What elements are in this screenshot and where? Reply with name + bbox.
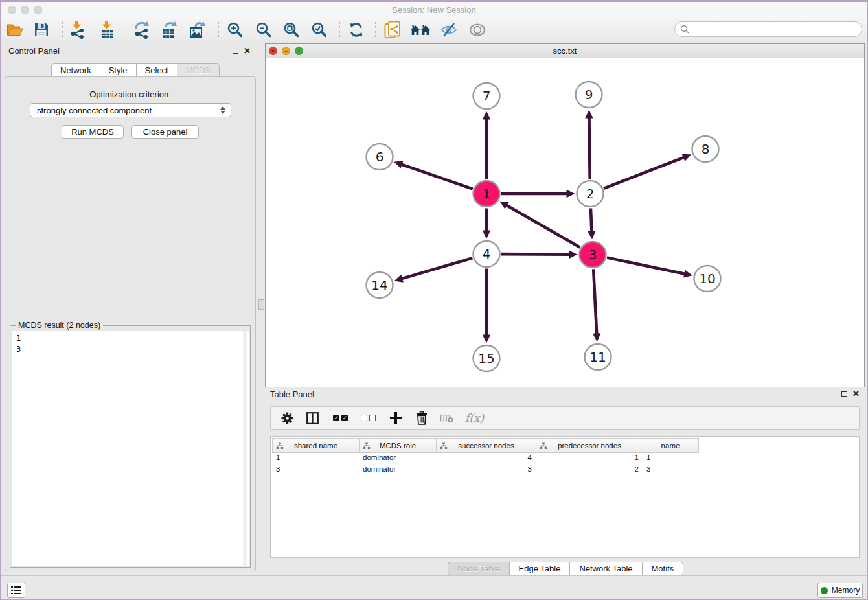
import-table-icon[interactable] xyxy=(97,19,118,40)
svg-text:6: 6 xyxy=(376,149,384,165)
table-tab-network-table[interactable]: Network Table xyxy=(569,562,641,576)
vertical-splitter-grip[interactable] xyxy=(258,299,264,310)
memory-button[interactable]: Memory xyxy=(817,583,863,598)
table-row[interactable]: 3dominator323 xyxy=(272,463,698,475)
toolbar-separator xyxy=(339,21,340,38)
zoom-in-icon[interactable] xyxy=(225,19,246,40)
column-header-name[interactable]: name xyxy=(643,439,698,452)
delete-rows-trash-icon[interactable] xyxy=(416,411,428,425)
table-cell[interactable]: 1 xyxy=(536,452,643,463)
table-cell[interactable]: 3 xyxy=(436,463,536,475)
add-row-icon[interactable] xyxy=(390,412,402,424)
home-icon[interactable] xyxy=(410,19,431,40)
graph-edge-3-11[interactable] xyxy=(593,269,597,334)
zoom-selected-icon[interactable] xyxy=(309,19,330,40)
graph-edge-1-6[interactable] xyxy=(402,165,473,189)
table-cell[interactable]: 2 xyxy=(536,463,643,475)
table-tab-edge-table[interactable]: Edge Table xyxy=(509,562,570,576)
fit-content-icon[interactable] xyxy=(281,19,302,40)
table-tab-motifs[interactable]: Motifs xyxy=(642,562,684,576)
graph-edge-4-14[interactable] xyxy=(402,258,472,279)
search-input[interactable] xyxy=(692,24,862,34)
graph-edge-3-1[interactable] xyxy=(507,205,580,248)
task-history-button[interactable] xyxy=(7,583,25,598)
graph-node-2[interactable]: 2 xyxy=(577,181,604,207)
table-cell[interactable]: 3 xyxy=(643,463,698,475)
graph-node-6[interactable]: 6 xyxy=(367,144,393,170)
graph-edge-arrowhead xyxy=(585,110,593,118)
select-all-checkboxes-icon[interactable] xyxy=(333,415,348,421)
save-session-icon[interactable] xyxy=(31,19,52,40)
show-panels-icon[interactable] xyxy=(467,19,488,40)
table-cell[interactable]: 4 xyxy=(436,452,536,463)
control-tab-mcds[interactable]: MCDS xyxy=(177,63,220,78)
column-header-successor-nodes[interactable]: successor nodes xyxy=(437,439,536,452)
graph-edge-2-9[interactable] xyxy=(589,117,589,179)
svg-text:2: 2 xyxy=(586,186,595,202)
import-network-icon[interactable] xyxy=(67,19,88,40)
toolbar-separator xyxy=(126,21,126,38)
control-tab-select[interactable]: Select xyxy=(136,63,177,78)
column-header-predecessor-nodes[interactable]: predecessor nodes xyxy=(536,439,643,452)
status-bar: Memory xyxy=(1,575,867,600)
graph-edge-2-3[interactable] xyxy=(591,208,592,231)
table-row[interactable]: 1dominator411 xyxy=(272,452,698,463)
export-network-icon[interactable] xyxy=(131,19,152,40)
graph-node-3[interactable]: 3 xyxy=(580,242,606,268)
column-header-MCDS-role[interactable]: MCDS role xyxy=(360,439,437,452)
deselect-all-checkboxes-icon[interactable] xyxy=(361,415,376,421)
graph-node-7[interactable]: 7 xyxy=(474,83,500,109)
table-cell[interactable]: dominator xyxy=(359,463,436,475)
zoom-out-icon[interactable] xyxy=(253,19,274,40)
control-tab-style[interactable]: Style xyxy=(100,63,136,78)
control-tab-network[interactable]: Network xyxy=(51,63,100,78)
svg-text:3: 3 xyxy=(589,247,597,262)
mcds-result-groupbox: MCDS result (2 nodes) 1 3 xyxy=(10,325,251,568)
network-document-icon[interactable] xyxy=(382,19,403,40)
graph-node-11[interactable]: 11 xyxy=(585,344,611,370)
table-options-gear-icon[interactable] xyxy=(281,412,293,424)
selected-criterion: strongly connected component xyxy=(37,106,220,115)
column-header-shared-name[interactable]: shared name xyxy=(273,439,360,452)
graph-edge-4-3[interactable] xyxy=(501,254,569,255)
delete-table-icon[interactable] xyxy=(440,413,453,423)
svg-text:15: 15 xyxy=(478,351,494,366)
table-cell[interactable]: 1 xyxy=(643,452,698,463)
optimization-criterion-select[interactable]: strongly connected component xyxy=(30,103,231,117)
graph-node-15[interactable]: 15 xyxy=(474,345,500,371)
float-panel-icon[interactable] xyxy=(233,49,238,54)
close-panel-button[interactable]: Close panel xyxy=(131,125,199,139)
float-table-panel-icon[interactable] xyxy=(841,391,847,397)
refresh-view-icon[interactable] xyxy=(346,19,367,40)
table-cell[interactable]: dominator xyxy=(359,452,436,463)
graph-node-9[interactable]: 9 xyxy=(576,82,602,108)
close-table-panel-icon[interactable] xyxy=(852,391,860,397)
graph-node-4[interactable]: 4 xyxy=(474,241,500,267)
run-mcds-button[interactable]: Run MCDS xyxy=(62,125,124,139)
open-file-icon[interactable] xyxy=(5,19,25,40)
function-builder-icon[interactable]: f(x) xyxy=(465,411,484,424)
column-type-icon xyxy=(540,442,547,450)
table-cell[interactable]: 1 xyxy=(272,452,359,463)
graph-node-10[interactable]: 10 xyxy=(694,266,721,292)
mcds-result-textarea[interactable]: 1 3 xyxy=(12,331,249,566)
node-table: shared nameMCDS rolesuccessor nodesprede… xyxy=(270,436,860,558)
graph-node-14[interactable]: 14 xyxy=(367,272,393,298)
graph-node-8[interactable]: 8 xyxy=(692,136,719,162)
graph-edge-2-8[interactable] xyxy=(604,157,684,189)
graph-edge-arrowhead xyxy=(569,251,577,259)
export-table-icon[interactable] xyxy=(159,19,180,40)
network-canvas-svg[interactable]: 7968124314101511 xyxy=(266,58,864,387)
export-image-icon[interactable] xyxy=(188,19,209,40)
table-tab-node-table[interactable]: Node Table xyxy=(448,562,509,576)
table-cell[interactable]: 3 xyxy=(272,463,359,475)
column-panel-icon[interactable] xyxy=(306,412,319,424)
graph-node-1[interactable]: 1 xyxy=(474,181,500,207)
network-window-titlebar[interactable]: × − + scc.txt xyxy=(266,44,864,58)
graph-edge-3-10[interactable] xyxy=(607,258,685,274)
result-scrollbar[interactable] xyxy=(243,331,247,566)
list-icon xyxy=(11,586,21,595)
hide-panels-icon[interactable] xyxy=(439,19,459,40)
search-box[interactable] xyxy=(674,21,862,37)
close-panel-icon[interactable] xyxy=(244,48,251,54)
